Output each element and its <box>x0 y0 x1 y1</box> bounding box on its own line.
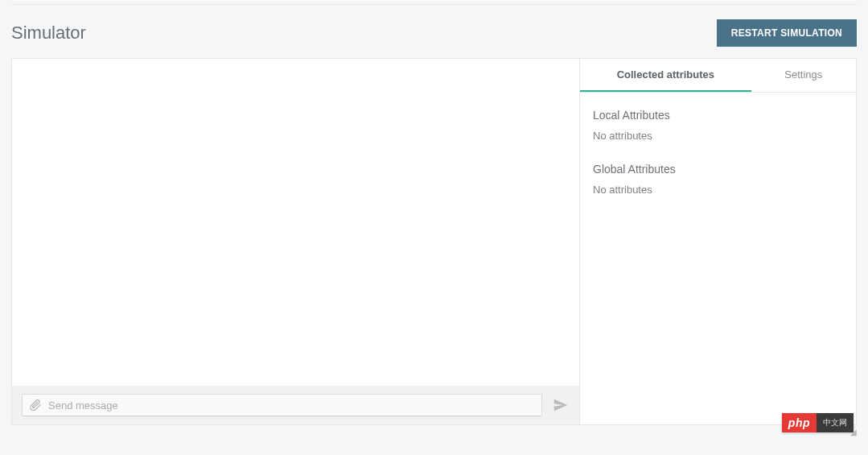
tab-content: Local Attributes No attributes Global At… <box>580 93 856 233</box>
global-attributes-heading: Global Attributes <box>593 163 843 176</box>
side-tabs: Collected attributes Settings <box>580 59 856 93</box>
attachment-icon[interactable] <box>29 399 42 412</box>
brand-badge-right: 中文网 <box>817 413 854 432</box>
restart-simulation-button[interactable]: RESTART SIMULATION <box>717 19 857 47</box>
top-divider <box>11 0 857 5</box>
page-header: Simulator RESTART SIMULATION <box>11 19 857 58</box>
tab-settings[interactable]: Settings <box>751 59 856 92</box>
messages-canvas <box>12 59 579 386</box>
input-bar <box>12 386 579 424</box>
resize-corner-icon: ◢ <box>850 428 857 436</box>
tab-collected-attributes[interactable]: Collected attributes <box>580 59 751 92</box>
local-attributes-heading: Local Attributes <box>593 109 843 122</box>
brand-badge: php 中文网 <box>782 413 854 432</box>
side-panel: Collected attributes Settings Local Attr… <box>580 59 856 424</box>
message-input[interactable] <box>48 399 535 412</box>
page-root: Simulator RESTART SIMULATION <box>0 0 868 436</box>
local-attributes-empty: No attributes <box>593 130 843 142</box>
simulator-panel: Collected attributes Settings Local Attr… <box>11 58 857 425</box>
global-attributes-empty: No attributes <box>593 184 843 196</box>
message-input-box[interactable] <box>22 394 542 416</box>
page-title: Simulator <box>11 23 86 43</box>
chat-area <box>12 59 580 424</box>
send-icon[interactable] <box>552 396 570 414</box>
brand-badge-left: php <box>782 413 817 432</box>
